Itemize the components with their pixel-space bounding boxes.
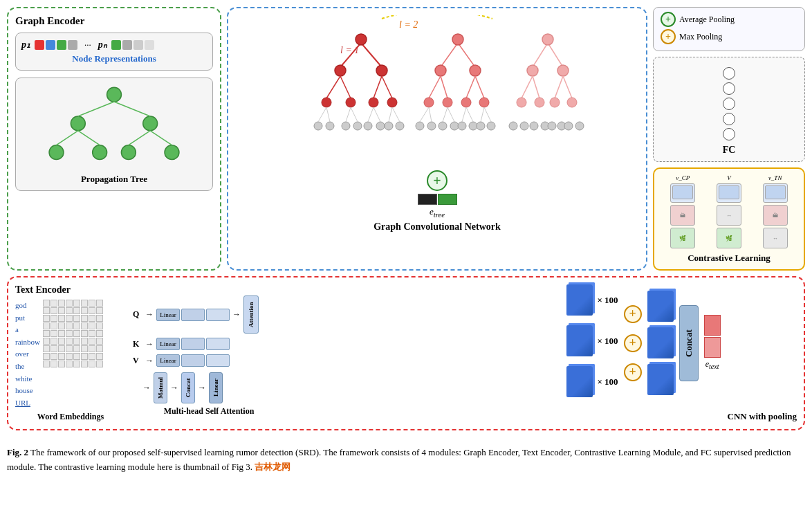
svg-line-20	[326, 76, 340, 98]
contra-img-1: 🏔	[670, 205, 695, 226]
blue-block-2a	[566, 325, 593, 356]
svg-point-84	[550, 98, 560, 107]
avg-pooling-item: + Average Pooling	[661, 12, 797, 27]
blocks-row-2: × 100	[566, 325, 618, 356]
node-rep-row: p₁ ··· pₙ	[21, 39, 207, 51]
fc-circle-3	[723, 98, 735, 110]
main-figure: Graph Encoder p₁ ··· pₙ	[7, 7, 805, 475]
fig-label: Fig. 2	[7, 447, 28, 457]
e-tree-black	[418, 194, 437, 205]
blue-block-1b	[647, 291, 674, 322]
contra-img-2: 🌿	[670, 228, 695, 248]
q-linear-3	[206, 309, 230, 321]
v-label: V	[727, 174, 731, 181]
svg-line-70	[466, 107, 473, 122]
cnn-caption: CNN with pooling	[728, 411, 797, 422]
svg-line-49	[429, 76, 441, 98]
cb-lightgray	[133, 40, 143, 50]
svg-point-86	[509, 122, 517, 130]
word-list: god put a rainbow over the white house U…	[15, 300, 40, 409]
svg-line-4	[114, 102, 150, 116]
cb-blue	[46, 40, 55, 50]
svg-point-18	[335, 65, 346, 76]
e-text-rect2	[704, 337, 721, 358]
max-pooling-label: Max Pooling	[679, 32, 722, 42]
fc-circle-5	[723, 128, 735, 140]
svg-point-24	[322, 98, 331, 107]
graph-encoder-title: Graph Encoder	[15, 15, 213, 27]
arrow-q2: →	[232, 309, 241, 320]
svg-point-87	[520, 122, 528, 130]
svg-point-2	[143, 116, 158, 131]
svg-point-0	[107, 87, 122, 102]
v-linear-1: Linear	[156, 354, 180, 367]
svg-point-63	[477, 122, 485, 130]
svg-point-64	[487, 122, 495, 130]
contra-col-2: V ↔ 🌿	[717, 174, 741, 248]
v-row: V → Linear	[133, 354, 285, 367]
v-linears: Linear	[156, 354, 230, 367]
e-text-box: etext	[704, 315, 721, 370]
fc-circle-2	[723, 82, 735, 95]
svg-point-46	[452, 34, 463, 45]
svg-line-9	[57, 131, 78, 145]
word-over: over	[15, 348, 40, 361]
svg-point-59	[439, 122, 447, 130]
cb-gray	[68, 40, 77, 50]
svg-point-29	[326, 122, 334, 130]
matmul-box: Matmul	[154, 372, 167, 403]
cnn-blocks-right	[647, 291, 674, 395]
svg-point-32	[364, 122, 372, 130]
arrow-mat: →	[142, 383, 151, 393]
mha-caption: Multi-head Self Attention	[133, 406, 285, 417]
svg-point-58	[427, 122, 436, 130]
contra-block-top-3	[763, 183, 788, 203]
e-tree-section: + etree	[235, 170, 639, 219]
e-text-label: etext	[705, 359, 719, 370]
arrow-mat3: →	[198, 383, 206, 393]
e-text-rect1	[704, 315, 721, 336]
word-a: a	[15, 324, 40, 336]
color-blocks-2	[111, 40, 154, 50]
svg-point-76	[527, 65, 538, 76]
svg-line-37	[326, 107, 330, 122]
pn-label: pₙ	[98, 39, 107, 51]
svg-point-31	[353, 122, 362, 130]
e-tree-green	[438, 194, 457, 205]
svg-line-10	[78, 131, 100, 145]
matmul-row: → Matmul → Concat → Linear	[133, 372, 285, 403]
svg-point-5	[49, 145, 64, 160]
svg-point-1	[71, 116, 85, 131]
svg-line-50	[441, 76, 447, 98]
concat-big: Concat	[679, 305, 699, 381]
svg-point-60	[450, 122, 459, 130]
svg-line-80	[555, 76, 563, 98]
svg-point-56	[479, 98, 489, 107]
svg-line-66	[429, 107, 432, 122]
ellipsis: ···	[84, 39, 91, 51]
svg-point-27	[387, 98, 397, 107]
plus-signs: + + +	[624, 305, 642, 381]
svg-point-19	[376, 65, 387, 76]
svg-point-7	[121, 145, 136, 160]
contra-block-top-2	[717, 183, 741, 203]
svg-line-81	[563, 76, 572, 98]
word-house: house	[15, 385, 40, 397]
svg-text:l = 1: l = 1	[340, 45, 359, 55]
blue-block-1a	[566, 284, 593, 316]
svg-line-69	[462, 107, 466, 122]
fc-label: FC	[659, 145, 799, 156]
word-rainbow: rainbow	[15, 336, 40, 349]
svg-line-22	[373, 76, 382, 98]
contra-img-3: ↔	[717, 205, 741, 226]
embed-grid	[43, 300, 103, 409]
blocks-row-3: × 100	[566, 366, 618, 397]
svg-line-71	[481, 107, 484, 122]
node-rep-label: Node Representations	[21, 53, 207, 64]
svg-point-93	[575, 122, 584, 130]
arrow-v: →	[145, 356, 154, 366]
k-linear-1: Linear	[156, 338, 180, 350]
svg-point-54	[443, 98, 452, 107]
q-linear-2	[181, 309, 205, 321]
svg-line-73	[533, 43, 548, 67]
